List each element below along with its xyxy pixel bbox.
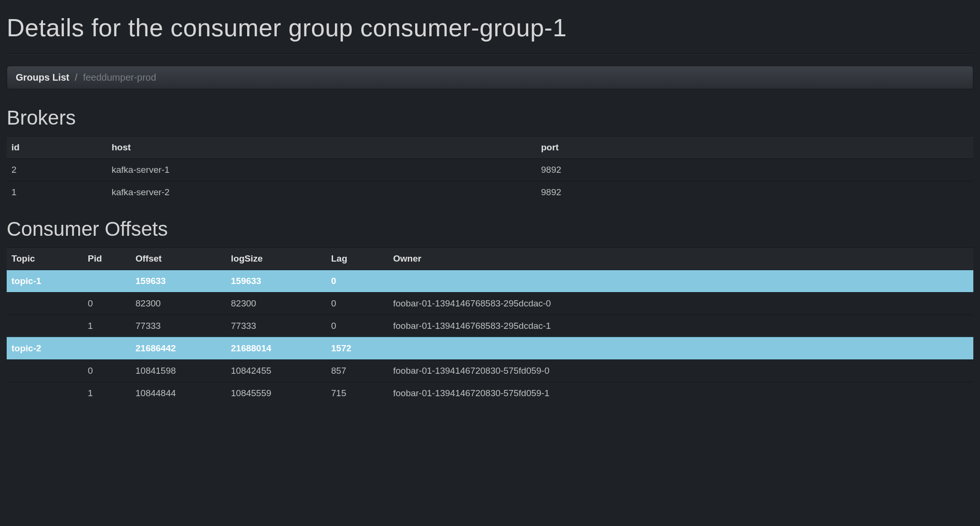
breadcrumb-current: feeddumper-prod — [83, 72, 156, 83]
cell-topic: topic-1 — [7, 270, 83, 293]
cell-pid — [83, 270, 131, 293]
offsets-heading: Consumer Offsets — [7, 218, 973, 241]
cell-pid: 0 — [83, 360, 131, 382]
cell-logsize: 77333 — [226, 315, 326, 337]
cell-lag: 857 — [326, 360, 388, 382]
cell-owner: foobar-01-1394146768583-295dcdac-1 — [388, 315, 973, 337]
cell-logsize: 82300 — [226, 293, 326, 315]
cell-owner: foobar-01-1394146768583-295dcdac-0 — [388, 293, 973, 315]
offsets-col-pid: Pid — [83, 248, 131, 270]
cell-offset: 77333 — [131, 315, 226, 337]
offsets-col-topic: Topic — [7, 248, 83, 270]
cell-pid: 0 — [83, 293, 131, 315]
cell-lag: 0 — [326, 293, 388, 315]
cell-topic — [7, 293, 83, 315]
cell-logsize: 10845559 — [226, 382, 326, 405]
offsets-col-logsize: logSize — [226, 248, 326, 270]
cell-pid — [83, 337, 131, 360]
cell-lag: 0 — [326, 270, 388, 293]
table-row: 2kafka-server-19892 — [7, 159, 973, 181]
cell-lag: 715 — [326, 382, 388, 405]
cell-owner: foobar-01-1394146720830-575fd059-0 — [388, 360, 973, 382]
cell-owner — [388, 270, 973, 293]
brokers-col-host: host — [107, 137, 536, 159]
table-row: topic-11596331596330 — [7, 270, 973, 293]
cell-logsize: 10842455 — [226, 360, 326, 382]
cell-logsize: 159633 — [226, 270, 326, 293]
cell-id: 1 — [7, 181, 107, 204]
table-row: 11084484410845559715foobar-01-1394146720… — [7, 382, 973, 405]
cell-lag: 0 — [326, 315, 388, 337]
offsets-table: Topic Pid Offset logSize Lag Owner topic… — [7, 247, 973, 404]
cell-offset: 82300 — [131, 293, 226, 315]
cell-topic — [7, 315, 83, 337]
cell-pid: 1 — [83, 382, 131, 405]
offsets-col-owner: Owner — [388, 248, 973, 270]
brokers-table: id host port 2kafka-server-198921kafka-s… — [7, 136, 973, 203]
breadcrumb: Groups List / feeddumper-prod — [7, 66, 973, 89]
cell-host: kafka-server-1 — [107, 159, 536, 181]
cell-topic — [7, 360, 83, 382]
table-row: 1kafka-server-29892 — [7, 181, 973, 204]
breadcrumb-root-link[interactable]: Groups List — [16, 72, 69, 83]
cell-topic: topic-2 — [7, 337, 83, 360]
cell-host: kafka-server-2 — [107, 181, 536, 204]
cell-port: 9892 — [536, 159, 973, 181]
brokers-col-port: port — [536, 137, 973, 159]
cell-logsize: 21688014 — [226, 337, 326, 360]
offsets-col-lag: Lag — [326, 248, 388, 270]
cell-port: 9892 — [536, 181, 973, 204]
cell-offset: 10841598 — [131, 360, 226, 382]
brokers-header-row: id host port — [7, 137, 973, 159]
table-row: 082300823000foobar-01-1394146768583-295d… — [7, 293, 973, 315]
cell-offset: 159633 — [131, 270, 226, 293]
brokers-col-id: id — [7, 137, 107, 159]
cell-offset: 10844844 — [131, 382, 226, 405]
brokers-heading: Brokers — [7, 106, 973, 129]
offsets-header-row: Topic Pid Offset logSize Lag Owner — [7, 248, 973, 270]
cell-topic — [7, 382, 83, 405]
cell-lag: 1572 — [326, 337, 388, 360]
cell-owner: foobar-01-1394146720830-575fd059-1 — [388, 382, 973, 405]
table-row: 177333773330foobar-01-1394146768583-295d… — [7, 315, 973, 337]
table-row: 01084159810842455857foobar-01-1394146720… — [7, 360, 973, 382]
cell-owner — [388, 337, 973, 360]
cell-id: 2 — [7, 159, 107, 181]
cell-offset: 21686442 — [131, 337, 226, 360]
offsets-col-offset: Offset — [131, 248, 226, 270]
divider — [7, 53, 973, 54]
cell-pid: 1 — [83, 315, 131, 337]
page-title: Details for the consumer group consumer-… — [7, 13, 973, 42]
table-row: topic-221686442216880141572 — [7, 337, 973, 360]
breadcrumb-separator: / — [72, 72, 81, 83]
